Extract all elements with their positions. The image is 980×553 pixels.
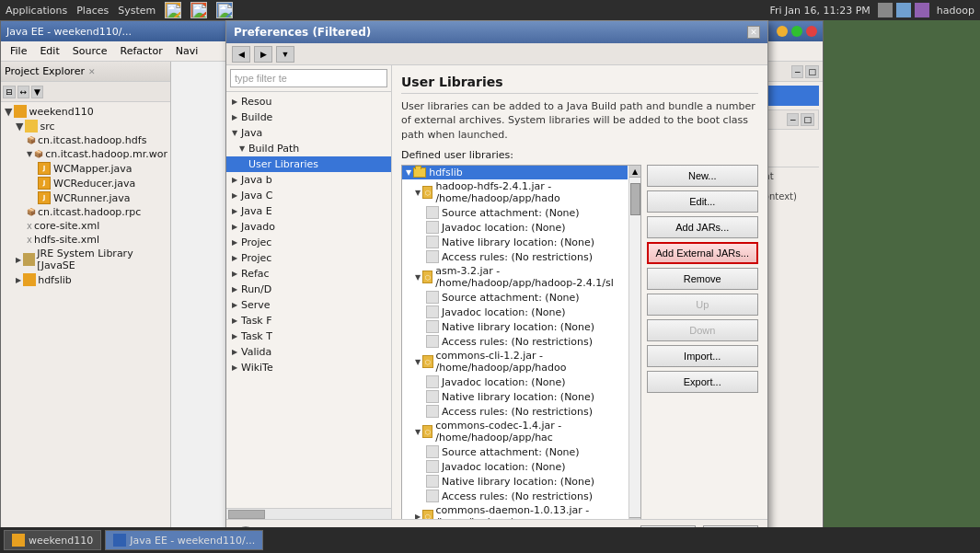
tree-item-buildpath[interactable]: ▼ Build Path bbox=[226, 141, 391, 156]
tree-item-builde[interactable]: ▶ Builde bbox=[226, 109, 391, 125]
nav-back-btn[interactable]: ◀ bbox=[232, 46, 250, 63]
app-icon-2[interactable] bbox=[190, 2, 207, 18]
file-wcmapper[interactable]: J WCMapper.java bbox=[1, 161, 170, 176]
lib-javadoc-4[interactable]: Javadoc location: (None) bbox=[402, 459, 628, 474]
file-core-site[interactable]: x core-site.xml bbox=[1, 219, 170, 233]
tree-item-valida[interactable]: ▶ Valida bbox=[226, 344, 391, 360]
file-hdfs-site[interactable]: x hdfs-site.xml bbox=[1, 233, 170, 247]
close-btn[interactable] bbox=[806, 26, 817, 37]
project-weekend110[interactable]: ▼ weekend110 bbox=[1, 104, 170, 119]
lib-access-4[interactable]: Access rules: (No restrictions) bbox=[402, 489, 628, 503]
lib-src-attach-4[interactable]: Source attachment: (None) bbox=[402, 444, 628, 459]
tree-item-javae[interactable]: ▶ Java E bbox=[226, 203, 391, 219]
lib-src-attach-1[interactable]: Source attachment: (None) bbox=[402, 205, 628, 220]
project-src[interactable]: ▼ src bbox=[1, 119, 170, 133]
menu-places[interactable]: Places bbox=[76, 5, 109, 17]
lib-commons-codec-jar[interactable]: ▼ ⬡ commons-codec-1.4.jar - /home/hadoop… bbox=[402, 419, 628, 444]
jre-arrow: ▶ bbox=[16, 256, 21, 264]
filter-input[interactable] bbox=[230, 69, 387, 87]
dialog-close-btn[interactable]: ✕ bbox=[747, 26, 760, 39]
tl-btn1[interactable]: − bbox=[787, 113, 800, 126]
menu-applications[interactable]: Applications bbox=[6, 5, 67, 17]
tree-item-userlibs[interactable]: User Libraries bbox=[226, 156, 391, 172]
tree-item-serve[interactable]: ▶ Serve bbox=[226, 297, 391, 313]
add-jars-btn[interactable]: Add JARs... bbox=[647, 216, 759, 238]
menu-source[interactable]: Source bbox=[67, 43, 113, 59]
link-with-editor-btn[interactable]: ↔ bbox=[17, 86, 30, 98]
tree-item-java[interactable]: ▼ Java bbox=[226, 125, 391, 141]
lib-javadoc-1[interactable]: Javadoc location: (None) bbox=[402, 220, 628, 235]
view-menu-btn[interactable]: ▼ bbox=[31, 86, 43, 98]
lib-native-3[interactable]: Native library location: (None) bbox=[402, 389, 628, 404]
taskbar-item-javaee[interactable]: Java EE - weekend110/... bbox=[105, 530, 263, 550]
lib-vscrollbar[interactable]: ▲ ▼ bbox=[628, 166, 640, 519]
maximize-btn[interactable] bbox=[791, 26, 802, 37]
lib-hadoop-hdfs-jar[interactable]: ▼ ⬡ hadoop-hdfs-2.4.1.jar - /home/hadoop… bbox=[402, 179, 628, 205]
lib-commons-cli-jar[interactable]: ▼ ⬡ commons-cli-1.2.jar - /home/hadoop/a… bbox=[402, 349, 628, 374]
minimize-btn[interactable] bbox=[777, 26, 788, 37]
tree-arrow-taskf: ▶ bbox=[230, 317, 239, 326]
volume-icon[interactable] bbox=[878, 3, 893, 17]
remove-btn[interactable]: Remove bbox=[647, 268, 759, 290]
lib-access-3[interactable]: Access rules: (No restrictions) bbox=[402, 404, 628, 419]
lib-native-4[interactable]: Native library location: (None) bbox=[402, 474, 628, 489]
jre-library[interactable]: ▶ JRE System Library [JavaSE bbox=[1, 247, 170, 272]
firefox-icon[interactable] bbox=[165, 2, 181, 18]
tree-item-wikite[interactable]: ▶ WikiTe bbox=[226, 360, 391, 375]
tree-arrow-buildpath: ▼ bbox=[237, 144, 247, 154]
tree-item-refac[interactable]: ▶ Refac bbox=[226, 266, 391, 282]
lib-access-1[interactable]: Access rules: (No restrictions) bbox=[402, 249, 628, 264]
menu-navi[interactable]: Navi bbox=[170, 43, 204, 59]
taskbar-item-weekend110[interactable]: weekend110 bbox=[4, 530, 101, 550]
bluetooth-icon[interactable] bbox=[915, 3, 929, 17]
tree-item-projec2[interactable]: ▶ Projec bbox=[226, 250, 391, 266]
app-icon-3[interactable] bbox=[216, 2, 233, 18]
lib-javadoc-2[interactable]: Javadoc location: (None) bbox=[402, 305, 628, 319]
left-panel-hscroll[interactable] bbox=[226, 508, 391, 519]
task-list-btns: − □ bbox=[787, 113, 814, 126]
lib-access-2[interactable]: Access rules: (No restrictions) bbox=[402, 334, 628, 349]
lib-scroll-up-btn[interactable]: ▲ bbox=[629, 166, 641, 178]
lib-src-attach-2[interactable]: Source attachment: (None) bbox=[402, 290, 628, 305]
lib-native-2[interactable]: Native library location: (None) bbox=[402, 319, 628, 334]
package-rpc[interactable]: 📦 cn.itcast.hadoop.rpc bbox=[1, 205, 170, 219]
network-icon[interactable] bbox=[896, 3, 911, 17]
lib-asm-jar[interactable]: ▼ ⬡ asm-3.2.jar - /home/hadoop/app/hadoo… bbox=[402, 264, 628, 290]
tl-btn2[interactable]: □ bbox=[801, 113, 814, 126]
hdfslib-entry[interactable]: ▶ hdfslib bbox=[1, 272, 170, 287]
tree-item-taskt[interactable]: ▶ Task T bbox=[226, 328, 391, 344]
lib-native-1[interactable]: Native library location: (None) bbox=[402, 235, 628, 249]
tree-item-projec1[interactable]: ▶ Projec bbox=[226, 235, 391, 250]
tree-item-taskf[interactable]: ▶ Task F bbox=[226, 313, 391, 328]
file-wcreducer[interactable]: J WCReducer.java bbox=[1, 176, 170, 190]
file-wcrunner[interactable]: J WCRunner.java bbox=[1, 190, 170, 205]
new-btn[interactable]: New... bbox=[647, 165, 759, 187]
package-mr[interactable]: ▼ 📦 cn.itcast.hadoop.mr.wor bbox=[1, 147, 170, 161]
rp-btn1[interactable]: − bbox=[791, 65, 804, 78]
lib-javadoc-3[interactable]: Javadoc location: (None) bbox=[402, 374, 628, 389]
menu-refactor[interactable]: Refactor bbox=[115, 43, 168, 59]
tree-item-resou[interactable]: ▶ Resou bbox=[226, 94, 391, 109]
tree-item-rund[interactable]: ▶ Run/D bbox=[226, 282, 391, 297]
menu-system[interactable]: System bbox=[118, 5, 156, 17]
nav-more-btn[interactable]: ▼ bbox=[276, 46, 294, 63]
up-btn[interactable]: Up bbox=[647, 294, 759, 316]
nav-forward-btn[interactable]: ▶ bbox=[254, 46, 272, 63]
lib-commons-daemon-jar[interactable]: ▶ ⬡ commons-daemon-1.0.13.jar - /home/ha… bbox=[402, 503, 628, 519]
export-btn[interactable]: Export... bbox=[647, 371, 759, 393]
collapse-all-btn[interactable]: ⊟ bbox=[3, 86, 16, 98]
menu-edit[interactable]: Edit bbox=[34, 43, 64, 59]
down-btn[interactable]: Down bbox=[647, 319, 759, 341]
tree-item-javab[interactable]: ▶ Java b bbox=[226, 172, 391, 188]
tree-item-javac[interactable]: ▶ Java C bbox=[226, 188, 391, 203]
menu-file[interactable]: File bbox=[5, 43, 32, 59]
import-btn[interactable]: Import... bbox=[647, 345, 759, 367]
hdfslib-arrow: ▶ bbox=[16, 276, 21, 284]
tree-item-javado[interactable]: ▶ Javado bbox=[226, 219, 391, 235]
rp-btn2[interactable]: □ bbox=[805, 65, 819, 78]
lib-hdfslib-root[interactable]: ▼ hdfslib bbox=[402, 166, 628, 179]
package-hdfs[interactable]: 📦 cn.itcast.hadoop.hdfs bbox=[1, 133, 170, 147]
edit-btn[interactable]: Edit... bbox=[647, 190, 759, 213]
lib-scroll-down-btn[interactable]: ▼ bbox=[629, 517, 641, 519]
add-external-jars-btn[interactable]: Add External JARs... bbox=[647, 242, 759, 264]
